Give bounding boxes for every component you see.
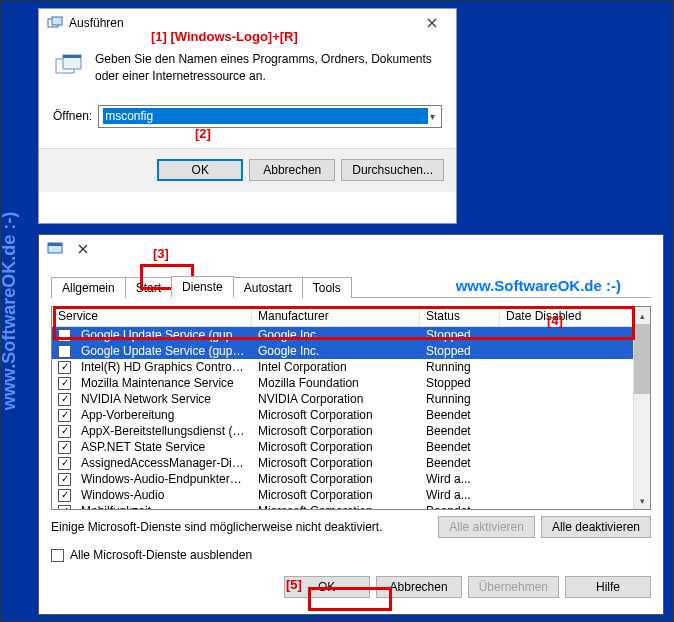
cell-status: Stopped	[420, 344, 500, 358]
close-button[interactable]	[412, 11, 452, 35]
cell-service: AssignedAccessManager-Dienst	[75, 456, 252, 470]
run-description: Geben Sie den Namen eines Programms, Ord…	[95, 51, 442, 85]
annotation-1: [1] [Windows-Logo]+[R]	[151, 29, 298, 44]
annotation-3: [3]	[153, 246, 169, 261]
cell-manufacturer: NVIDIA Corporation	[252, 392, 420, 406]
msconfig-apply-button[interactable]: Übernehmen	[468, 576, 559, 598]
cell-status: Running	[420, 360, 500, 374]
watermark-tab: www.SoftwareOK.de :-)	[456, 277, 621, 294]
cell-service: AppX-Bereitstellungsdienst (App...	[75, 424, 252, 438]
table-row[interactable]: Google Update Service (gupdate)Google In…	[52, 327, 633, 343]
cell-status: Beendet	[420, 408, 500, 422]
table-row[interactable]: Google Update Service (gupdatem)Google I…	[52, 343, 633, 359]
cell-status: Beendet	[420, 504, 500, 509]
browse-button[interactable]: Durchsuchen...	[341, 159, 444, 181]
tab-strip: AllgemeinStartDiensteAutostartToolswww.S…	[51, 275, 651, 298]
enable-all-button[interactable]: Alle aktivieren	[438, 516, 535, 538]
table-row[interactable]: ✓Windows-AudioMicrosoft CorporationWird …	[52, 487, 633, 503]
cell-status: Stopped	[420, 328, 500, 342]
run-dialog-icon	[47, 15, 63, 31]
col-status[interactable]: Status	[420, 307, 500, 326]
disable-all-button[interactable]: Alle deaktivieren	[541, 516, 651, 538]
msconfig-help-button[interactable]: Hilfe	[565, 576, 651, 598]
open-label: Öffnen:	[53, 109, 92, 123]
table-row[interactable]: ✓MobilfunkzeitMicrosoft CorporationBeend…	[52, 503, 633, 509]
col-manufacturer[interactable]: Manufacturer	[252, 307, 420, 326]
tab-autostart[interactable]: Autostart	[233, 277, 303, 298]
cell-manufacturer: Microsoft Corporation	[252, 472, 420, 486]
tab-dienste[interactable]: Dienste	[171, 276, 234, 298]
cell-manufacturer: Mozilla Foundation	[252, 376, 420, 390]
row-checkbox[interactable]: ✓	[58, 505, 71, 510]
cell-service: App-Vorbereitung	[75, 408, 252, 422]
scrollbar[interactable]: ▴ ▾	[633, 307, 650, 509]
row-checkbox[interactable]: ✓	[58, 457, 71, 470]
cell-status: Running	[420, 392, 500, 406]
hide-ms-label: Alle Microsoft-Dienste ausblenden	[70, 548, 252, 562]
cell-status: Beendet	[420, 440, 500, 454]
tab-allgemein[interactable]: Allgemein	[51, 277, 126, 298]
cell-service: Windows-Audio	[75, 488, 252, 502]
services-listview[interactable]: Service Manufacturer Status Date Disable…	[51, 306, 651, 510]
cell-status: Wird a...	[420, 472, 500, 486]
table-row[interactable]: ✓Windows-Audio-Endpunkterstell...Microso…	[52, 471, 633, 487]
open-combobox[interactable]: msconfig ▾	[98, 105, 442, 128]
cell-status: Stopped	[420, 376, 500, 390]
cell-manufacturer: Intel Corporation	[252, 360, 420, 374]
row-checkbox[interactable]: ✓	[58, 377, 71, 390]
scroll-thumb[interactable]	[634, 324, 650, 394]
scroll-up-icon[interactable]: ▴	[634, 307, 650, 324]
table-row[interactable]: ✓App-VorbereitungMicrosoft CorporationBe…	[52, 407, 633, 423]
annotation-2: [2]	[195, 126, 211, 141]
row-checkbox[interactable]	[58, 345, 71, 358]
col-service[interactable]: Service	[52, 307, 252, 326]
table-row[interactable]: ✓ASP.NET State ServiceMicrosoft Corporat…	[52, 439, 633, 455]
row-checkbox[interactable]: ✓	[58, 441, 71, 454]
msconfig-icon	[47, 240, 63, 259]
table-row[interactable]: ✓NVIDIA Network ServiceNVIDIA Corporatio…	[52, 391, 633, 407]
row-checkbox[interactable]	[58, 329, 71, 342]
table-row[interactable]: ✓AppX-Bereitstellungsdienst (App...Micro…	[52, 423, 633, 439]
tab-start[interactable]: Start	[125, 277, 172, 298]
scroll-down-icon[interactable]: ▾	[634, 492, 650, 509]
cell-manufacturer: Microsoft Corporation	[252, 504, 420, 509]
row-checkbox[interactable]: ✓	[58, 409, 71, 422]
cell-manufacturer: Microsoft Corporation	[252, 456, 420, 470]
row-checkbox[interactable]: ✓	[58, 425, 71, 438]
hide-ms-checkbox[interactable]	[51, 549, 64, 562]
cancel-button[interactable]: Abbrechen	[249, 159, 335, 181]
table-row[interactable]: ✓Intel(R) HD Graphics Control Panel Se..…	[52, 359, 633, 375]
row-checkbox[interactable]: ✓	[58, 361, 71, 374]
cell-service: Intel(R) HD Graphics Control Panel Se...	[75, 360, 252, 374]
tab-tools[interactable]: Tools	[302, 277, 352, 298]
run-document-icon	[53, 51, 85, 83]
svg-rect-1	[52, 17, 62, 25]
cell-manufacturer: Microsoft Corporation	[252, 424, 420, 438]
annotation-5: [5]	[286, 577, 302, 592]
msconfig-close-button[interactable]	[63, 237, 103, 261]
annotation-5-box	[308, 587, 392, 611]
cell-manufacturer: Microsoft Corporation	[252, 408, 420, 422]
cell-service: Google Update Service (gupdate)	[75, 328, 252, 342]
chevron-down-icon[interactable]: ▾	[428, 111, 437, 122]
cell-manufacturer: Microsoft Corporation	[252, 488, 420, 502]
scroll-track[interactable]	[634, 324, 650, 492]
ms-note: Einige Microsoft-Dienste sind möglicherw…	[51, 520, 382, 534]
run-title: Ausführen	[69, 16, 124, 30]
msconfig-titlebar[interactable]	[39, 235, 663, 263]
annotation-4: [4]	[547, 313, 563, 328]
cell-service: NVIDIA Network Service	[75, 392, 252, 406]
col-date-disabled[interactable]: Date Disabled	[500, 307, 633, 326]
row-checkbox[interactable]: ✓	[58, 393, 71, 406]
row-checkbox[interactable]: ✓	[58, 489, 71, 502]
open-value[interactable]: msconfig	[103, 108, 428, 124]
msconfig-dialog: AllgemeinStartDiensteAutostartToolswww.S…	[38, 234, 664, 615]
cell-service: Mobilfunkzeit	[75, 504, 252, 509]
cell-manufacturer: Google Inc.	[252, 344, 420, 358]
listview-header[interactable]: Service Manufacturer Status Date Disable…	[52, 307, 633, 327]
row-checkbox[interactable]: ✓	[58, 473, 71, 486]
cell-status: Wird a...	[420, 488, 500, 502]
table-row[interactable]: ✓AssignedAccessManager-DienstMicrosoft C…	[52, 455, 633, 471]
table-row[interactable]: ✓Mozilla Maintenance ServiceMozilla Foun…	[52, 375, 633, 391]
ok-button[interactable]: OK	[157, 159, 243, 181]
